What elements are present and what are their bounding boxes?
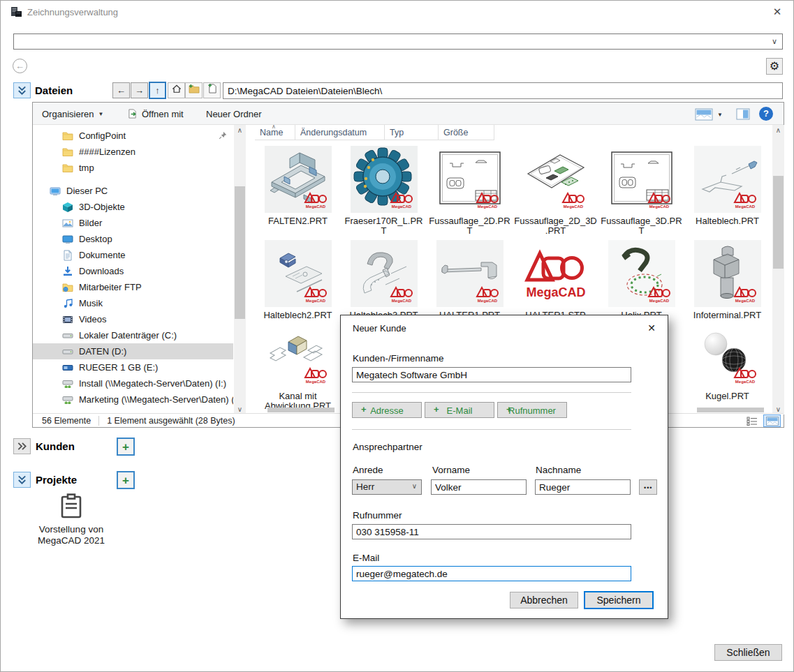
file-item-kanal-mit-abwicklung-prt[interactable]: MegaCADKanal mit Abwicklung.PRT [255, 321, 341, 411]
email-input[interactable] [352, 566, 631, 581]
schliessen-button[interactable]: Schließen [714, 644, 782, 661]
file-item-fussauflage-3d-prt[interactable]: MegaCADFussauflage_3D.PRT [598, 146, 684, 236]
cube-icon [62, 202, 74, 213]
help-icon[interactable]: ? [759, 107, 773, 121]
add-rufnummer-button[interactable]: + Rufnummer [497, 402, 567, 418]
tree-item-dokumente[interactable]: Dokumente [33, 247, 233, 263]
new-file-button[interactable] [203, 82, 221, 98]
file-name: Fraeser170R_L.PRT [341, 216, 427, 236]
thumbnail-view-button[interactable] [763, 415, 781, 427]
tree-item-install-megatech-server-daten-i[interactable]: Install (\\Megatech-Server\Daten) (I:) [33, 375, 233, 391]
new-folder-button[interactable] [185, 82, 203, 98]
svg-text:MegaCAD: MegaCAD [649, 299, 669, 303]
neuer-ordner-button[interactable]: Neuer Ordner [200, 103, 267, 125]
tree-item-bilder[interactable]: Bilder [33, 215, 233, 231]
tree-item-label: Downloads [79, 266, 124, 276]
home-button[interactable] [168, 82, 185, 98]
vorname-input[interactable] [431, 479, 527, 495]
column-header-nderungsdatum[interactable]: Änderungsdatum [295, 125, 385, 140]
abbrechen-button[interactable]: Abbrechen [510, 592, 578, 608]
nav-up-button[interactable]: ↑ [149, 82, 166, 99]
scroll-up-icon[interactable]: ∧ [772, 126, 784, 134]
scroll-down-icon[interactable]: ∨ [234, 405, 246, 413]
column-header-name[interactable]: Name∧ [255, 125, 295, 140]
file-item-fussauflage-2d-prt[interactable]: MegaCADFussauflage_2D.PRT [427, 146, 513, 236]
files-scrollbar[interactable]: ∧ ∨ [772, 125, 784, 415]
desktop-icon [62, 234, 74, 245]
details-view-button[interactable] [743, 415, 760, 427]
next-row-thumbnail-edge [267, 408, 334, 412]
tree-item-downloads[interactable]: Downloads [33, 263, 233, 279]
tree-item-desktop[interactable]: Desktop [33, 231, 233, 247]
rufnummer-label: Rufnummer [353, 510, 402, 521]
large-icons-view-button[interactable] [695, 108, 713, 123]
back-button[interactable]: ← [13, 59, 27, 73]
tree-item-dieser-pc[interactable]: Dieser PC [33, 183, 233, 199]
tree-item-configpoint[interactable]: ConfigPoint [33, 128, 233, 144]
scroll-down-icon[interactable]: ∨ [772, 405, 784, 413]
plus-icon: + [506, 404, 512, 415]
svg-text:MegaCAD: MegaCAD [735, 204, 755, 209]
tree-item-mitarbeiter-ftp[interactable]: Mitarbeiter FTP [33, 279, 233, 295]
tree-item-daten-d[interactable]: DATEN (D:) [33, 343, 233, 359]
file-item-halteblech3-prt[interactable]: MegaCADHalteblech3.PRT [341, 240, 427, 320]
tree-item-3d-objekte[interactable]: 3D-Objekte [33, 199, 233, 215]
kunden-expand-button[interactable] [13, 438, 31, 454]
drawing-combobox[interactable]: ∨ [13, 33, 783, 50]
anrede-select[interactable]: Herr ∨ [352, 479, 422, 495]
tree-item-label: DATEN (D:) [79, 346, 126, 357]
file-item-halteblech-prt[interactable]: MegaCADHalteblech.PRT [684, 146, 770, 236]
speichern-button[interactable]: Speichern [584, 591, 654, 609]
add-projekt-button[interactable]: + [117, 471, 135, 489]
plus-icon: + [361, 404, 367, 415]
projekte-collapse-button[interactable] [13, 472, 31, 488]
file-item-halteblech2-prt[interactable]: MegaCADHalteblech2.PRT [255, 240, 341, 320]
column-header-gr-e[interactable]: Größe [439, 125, 494, 140]
tree-item-tmp[interactable]: tmp [33, 160, 233, 176]
file-item-helix-prt[interactable]: MegaCADHelix.PRT [598, 240, 684, 320]
file-item-fraeser170r-l-prt[interactable]: MegaCADFraeser170R_L.PRT [341, 146, 427, 236]
tree-item-lokaler-datentr-ger-c[interactable]: Lokaler Datenträger (C:) [33, 327, 233, 343]
firmenname-input[interactable] [352, 367, 631, 382]
tree-scrollbar[interactable]: ∧ ∨ [234, 125, 246, 415]
tree-item-label: Bilder [79, 218, 102, 228]
tree-item-musik[interactable]: Musik [33, 295, 233, 311]
file-item-fussauflage-2d-3d-prt[interactable]: MegaCADFussauflage_2D_3D.PRT [513, 146, 598, 236]
scroll-up-icon[interactable]: ∧ [234, 126, 246, 134]
tree-item-rueger-1-gb-e[interactable]: RUEGER 1 GB (E:) [33, 359, 233, 375]
tree-scrollbar-thumb[interactable] [235, 186, 245, 319]
file-item-halter1-stp[interactable]: MegaCADHALTER1.STP [513, 240, 598, 320]
file-item-falten2-prt[interactable]: MegaCADFALTEN2.PRT [255, 146, 341, 236]
svg-text:MegaCAD: MegaCAD [649, 204, 669, 209]
settings-gear-icon[interactable]: ⚙ [766, 58, 783, 75]
nav-back-button[interactable]: ← [112, 82, 130, 98]
dialog-close-icon[interactable]: ✕ [644, 321, 659, 335]
sort-ascending-icon: ∧ [272, 125, 276, 130]
computer-icon [50, 186, 61, 197]
nav-forward-button[interactable]: → [131, 82, 148, 98]
add-kunde-button[interactable]: + [117, 438, 135, 456]
preview-pane-button[interactable] [736, 108, 750, 122]
sphere-thumb: MegaCAD [694, 321, 761, 388]
more-options-button[interactable]: ••• [639, 479, 657, 495]
window-close-icon[interactable]: ✕ [767, 3, 788, 20]
project-item[interactable]: Vorstellung von MegaCAD 2021 [15, 493, 127, 546]
chevron-down-icon: ∨ [772, 37, 777, 46]
column-header-typ[interactable]: Typ [385, 125, 439, 140]
files-scrollbar-thumb[interactable] [773, 176, 784, 269]
organisieren-menu[interactable]: Organisieren ▼ [36, 103, 109, 125]
path-input[interactable] [223, 82, 783, 99]
file-item-halter1-prt[interactable]: MegaCADHALTER1.PRT [427, 240, 513, 320]
file-item-infoterminal-prt[interactable]: MegaCADInfoterminal.PRT [684, 240, 770, 320]
file-item-kugel-prt[interactable]: MegaCADKugel.PRT [684, 321, 770, 411]
add-adresse-button[interactable]: + Adresse [352, 402, 422, 418]
tree-item-marketing-megatech-server-daten-m[interactable]: Marketing (\\Megatech-Server\Daten) (M:) [33, 391, 233, 408]
dateien-collapse-button[interactable] [13, 82, 31, 98]
oeffnen-mit-button[interactable]: Öffnen mit [122, 103, 189, 125]
tree-item-videos[interactable]: Videos [33, 311, 233, 327]
tree-item-lizenzen[interactable]: ####Lizenzen [33, 144, 233, 160]
view-dropdown-caret[interactable]: ▼ [717, 112, 723, 118]
rufnummer-input[interactable] [352, 524, 631, 539]
nachname-input[interactable] [535, 479, 631, 495]
add-email-button[interactable]: + E-Mail [425, 402, 494, 418]
